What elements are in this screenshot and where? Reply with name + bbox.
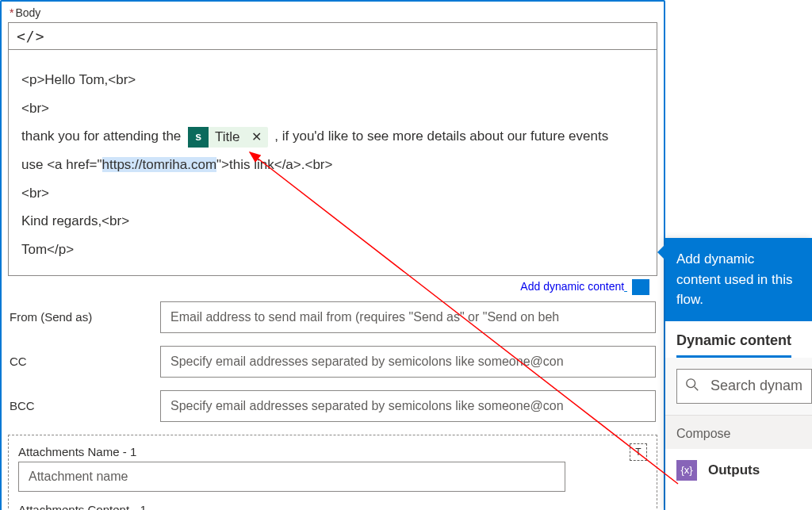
from-input[interactable] xyxy=(160,301,656,333)
body-line: <p>Hello Tom,<br> xyxy=(21,66,644,94)
dynamic-content-item-outputs[interactable]: {x} Outputs xyxy=(665,449,812,492)
switch-mode-icon[interactable] xyxy=(632,279,649,295)
body-text: thank you for attending the xyxy=(21,128,185,144)
svg-point-0 xyxy=(687,379,695,388)
code-icon: </> xyxy=(17,28,45,44)
add-dynamic-content-link[interactable]: Add dynamic content xyxy=(520,280,624,293)
body-line: use <a href="https://tomriha.com">this l… xyxy=(21,151,644,179)
required-asterisk: * xyxy=(10,6,13,19)
cc-row: CC xyxy=(8,339,657,384)
body-line: <br> xyxy=(21,179,644,208)
attachment-name-group: Attachments Name - 1 xyxy=(18,445,647,492)
attachments-panel: T Attachments Name - 1 Attachments Conte… xyxy=(8,435,657,510)
action-card: *Body </> <p>Hello Tom,<br> <br> thank y… xyxy=(0,0,665,510)
compose-icon: {x} xyxy=(676,460,697,481)
attachment-name-label: Attachments Name - 1 xyxy=(18,445,647,458)
body-line: Tom</p> xyxy=(21,236,644,264)
token-label: Title xyxy=(215,128,240,147)
attachment-name-input[interactable] xyxy=(18,462,565,492)
tab-dynamic-content[interactable]: Dynamic content xyxy=(676,332,791,358)
body-label-row: *Body xyxy=(8,5,657,22)
cc-label: CC xyxy=(10,355,160,368)
body-line: Kind regards,<br> xyxy=(21,207,644,236)
from-row: From (Send as) xyxy=(8,295,657,339)
dynamic-content-search[interactable]: Search dynam xyxy=(676,369,812,404)
body-text: use <a href=" xyxy=(21,157,102,172)
bcc-label: BCC xyxy=(10,399,160,412)
bcc-input[interactable] xyxy=(160,390,656,422)
dynamic-content-section-compose: Compose xyxy=(665,416,812,449)
switch-array-mode-icon[interactable]: T xyxy=(630,443,647,461)
body-html-editor[interactable]: <p>Hello Tom,<br> <br> thank you for att… xyxy=(8,49,657,276)
code-view-toggle[interactable]: </> xyxy=(8,22,657,49)
add-dynamic-content-row: Add dynamic content xyxy=(8,276,657,295)
callout-arrow-icon xyxy=(657,244,665,260)
svg-line-1 xyxy=(695,387,699,391)
highlighted-url: https://tomriha.com xyxy=(102,157,217,172)
dynamic-content-banner: Add dynamic content used in this flow. xyxy=(665,238,812,321)
attachment-content-group: Attachments Content - 1 xyxy=(18,503,647,510)
from-label: From (Send as) xyxy=(10,310,160,324)
dynamic-token-title[interactable]: s Title ✕ xyxy=(188,127,268,148)
body-text: , if you'd like to see more details abou… xyxy=(274,128,608,144)
search-placeholder: Search dynam xyxy=(710,378,802,394)
search-icon xyxy=(685,378,699,394)
dynamic-content-item-label: Outputs xyxy=(708,462,760,478)
dynamic-content-search-wrap: Search dynam xyxy=(665,358,812,416)
dynamic-content-tabs: Dynamic content xyxy=(665,321,812,358)
body-text: ">this link</a>.<br> xyxy=(216,157,332,172)
body-field-label: Body xyxy=(15,6,40,19)
sharepoint-icon: s xyxy=(188,127,209,148)
cc-input[interactable] xyxy=(160,346,656,378)
dynamic-content-panel: Add dynamic content used in this flow. D… xyxy=(665,238,812,510)
body-line: <br> xyxy=(21,94,644,123)
bcc-row: BCC xyxy=(8,384,657,428)
close-icon[interactable]: ✕ xyxy=(248,128,265,146)
attachment-content-label: Attachments Content - 1 xyxy=(18,503,647,510)
body-line: thank you for attending the s Title ✕ , … xyxy=(21,122,644,151)
